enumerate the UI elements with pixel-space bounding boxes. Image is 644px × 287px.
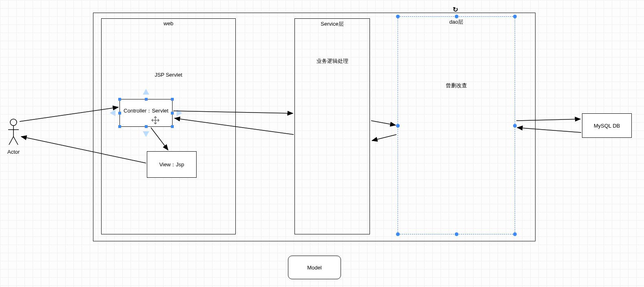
actor-icon[interactable] [7, 118, 20, 147]
mysql-box[interactable]: MySQL DB [582, 113, 632, 138]
actor-label: Actor [7, 149, 20, 155]
controller-label: Controller：Servlet [124, 107, 168, 115]
rotate-icon[interactable]: ↻ [453, 6, 458, 13]
dao-subtitle: 曾删改查 [446, 82, 467, 89]
svg-line-5 [9, 137, 13, 145]
dao-layer-box[interactable]: dao层 曾删改查 [398, 16, 515, 234]
service-layer-box[interactable]: Service层 业务逻辑处理 [294, 18, 370, 234]
model-box[interactable]: Model [288, 256, 341, 279]
model-label: Model [307, 265, 321, 271]
svg-point-2 [10, 119, 17, 126]
service-subtitle: 业务逻辑处理 [316, 57, 348, 65]
view-label: View：Jsp [159, 161, 184, 168]
web-title: web [102, 19, 235, 26]
web-subtitle: JSP Servlet [155, 72, 182, 78]
svg-line-6 [13, 137, 18, 145]
controller-box[interactable]: Controller：Servlet [120, 99, 173, 127]
mysql-label: MySQL DB [594, 123, 620, 129]
service-title: Service层 [295, 19, 370, 28]
view-box[interactable]: View：Jsp [147, 151, 197, 178]
